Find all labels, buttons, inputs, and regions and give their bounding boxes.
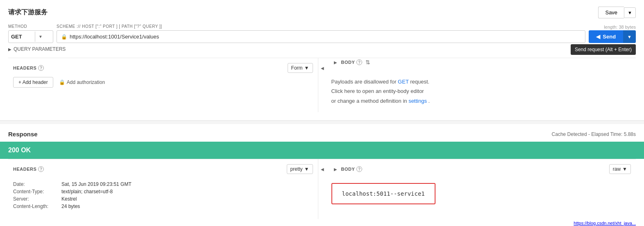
resp-body-panel-title: BODY ? — [341, 166, 363, 172]
body-message-request: request. — [410, 79, 429, 85]
url-input-wrap: 🔒 — [57, 30, 585, 43]
headers-info-icon[interactable]: ? — [38, 65, 44, 71]
raw-label: raw — [613, 166, 621, 172]
send-label: Send — [603, 34, 616, 40]
resp-body-content: localhost:5011--service1 — [327, 178, 636, 209]
resp-headers-table: Date: Sat, 15 Jun 2019 09:23:51 GMT Cont… — [8, 178, 318, 214]
bottom-link-row: https://blog.csdn.net/xht_java... — [8, 219, 636, 226]
collapse-left-icon[interactable]: ◀ — [318, 64, 327, 72]
status-text: OK — [21, 147, 31, 154]
get-link[interactable]: GET — [398, 79, 409, 85]
headers-actions-row: + Add header 🔒 Add authorization — [8, 77, 318, 88]
body-collapse-icon[interactable]: ▶ — [331, 58, 340, 66]
body-title-group: ▶ BODY ? ⇅ — [331, 58, 371, 66]
query-params-toggle[interactable]: ▶ QUERY PARAMETERS — [8, 45, 636, 54]
save-button[interactable]: Save — [598, 7, 624, 18]
raw-chevron-icon: ▼ — [622, 166, 627, 172]
resp-header-value: Sat, 15 Jun 2019 09:23:51 GMT — [61, 181, 132, 187]
resp-header-key: Content-Length: — [13, 203, 58, 209]
request-section: 请求下游服务 Save ▼ METHOD GET POST PUT DELETE… — [0, 0, 644, 121]
status-bar: 200 OK — [0, 142, 644, 159]
send-chevron-icon: ▼ — [627, 34, 632, 39]
page-title: 请求下游服务 — [8, 8, 48, 17]
send-arrow-icon: ◀ — [596, 34, 600, 40]
table-row: Content-Length: 24 bytes — [13, 203, 313, 209]
lock-icon: 🔒 — [61, 34, 67, 40]
table-row: Content-Type: text/plain; charset=utf-8 — [13, 189, 313, 194]
headers-panel-title: HEADERS ? — [13, 65, 44, 71]
query-params-arrow-icon: ▶ — [8, 47, 11, 52]
resp-body-info-icon[interactable]: ? — [356, 166, 362, 172]
method-col: METHOD GET POST PUT DELETE ▼ — [8, 24, 53, 43]
body-info-icon[interactable]: ? — [356, 59, 362, 65]
length-info: length: 38 bytes — [604, 25, 636, 29]
pretty-dropdown[interactable]: pretty ▼ — [287, 164, 313, 174]
resp-header-value: Kestrel — [61, 196, 77, 202]
resp-headers-panel-title: HEADERS ? — [13, 166, 44, 172]
query-params-row: ▶ QUERY PARAMETERS — [8, 45, 636, 54]
resp-panel-divider: ◀ — [318, 159, 327, 219]
headers-body-row: HEADERS ? Form ▼ + Add header 🔒 Add auth… — [8, 58, 636, 112]
raw-dropdown[interactable]: raw ▼ — [609, 164, 631, 174]
body-section: ▶ BODY ? ⇅ Payloads are disallowed for G… — [327, 58, 636, 112]
body-message-dot: . — [429, 98, 430, 104]
settings-link[interactable]: settings — [408, 98, 427, 104]
response-title: Response — [8, 131, 38, 138]
url-input[interactable] — [70, 34, 581, 40]
chevron-down-icon: ▼ — [628, 10, 632, 15]
pretty-chevron-icon: ▼ — [304, 166, 309, 172]
body-message-or: or change a method definition in — [331, 98, 409, 104]
body-message-click[interactable]: Click here to open an entity-body editor — [331, 88, 424, 94]
headers-panel: HEADERS ? Form ▼ + Add header 🔒 Add auth… — [8, 58, 318, 112]
method-dropdown[interactable]: GET POST PUT DELETE — [9, 31, 35, 43]
send-dropdown-button[interactable]: ▼ — [623, 30, 636, 43]
sort-icon[interactable]: ⇅ — [365, 59, 370, 66]
body-panel-title: BODY ? — [341, 59, 363, 65]
resp-body-box: localhost:5011--service1 — [331, 183, 435, 204]
response-section: Response Cache Detected - Elapsed Time: … — [0, 124, 644, 226]
save-dropdown-button[interactable]: ▼ — [624, 7, 636, 18]
resp-body-title-row: ▶ BODY ? raw ▼ — [327, 164, 636, 174]
table-row: Date: Sat, 15 Jun 2019 09:23:51 GMT — [13, 181, 313, 187]
response-headers-body-row: HEADERS ? pretty ▼ Date: Sat, 15 Jun 201… — [8, 159, 636, 219]
bottom-link[interactable]: https://blog.csdn.net/xht_java... — [574, 221, 636, 226]
add-authorization-button[interactable]: 🔒 Add authorization — [57, 77, 107, 87]
resp-header-key: Date: — [13, 181, 58, 187]
method-select[interactable]: GET POST PUT DELETE ▼ — [8, 30, 53, 43]
resp-header-key: Content-Type: — [13, 189, 58, 194]
resp-body-collapse-icon[interactable]: ▶ — [331, 165, 340, 173]
method-dropdown-arrow-icon[interactable]: ▼ — [35, 32, 46, 42]
resp-header-key: Server: — [13, 196, 58, 202]
resp-headers-info-icon[interactable]: ? — [38, 166, 44, 172]
status-code: 200 — [8, 147, 19, 154]
form-label: Form — [291, 65, 303, 71]
add-header-button[interactable]: + Add header — [13, 77, 53, 88]
send-group: length: 38 bytes ◀ Send ▼ Send request (… — [589, 25, 636, 43]
form-dropdown[interactable]: Form ▼ — [288, 63, 313, 73]
send-btn-group: ◀ Send ▼ Send request (Alt + Enter) — [589, 30, 636, 43]
form-chevron-icon: ▼ — [304, 65, 309, 71]
table-row: Server: Kestrel — [13, 196, 313, 202]
method-label: METHOD — [8, 24, 53, 29]
resp-header-value: text/plain; charset=utf-8 — [61, 189, 113, 194]
send-tooltip: Send request (Alt + Enter) — [571, 44, 636, 55]
resp-headers-title-row: HEADERS ? pretty ▼ — [8, 164, 318, 174]
query-params-label: QUERY PARAMETERS — [14, 46, 66, 52]
url-row: METHOD GET POST PUT DELETE ▼ SCHEME :// … — [8, 24, 636, 43]
save-btn-group: Save ▼ — [598, 7, 636, 18]
body-message: Payloads are disallowed for GET request.… — [327, 70, 636, 112]
pretty-label: pretty — [290, 166, 303, 172]
url-col: SCHEME :// HOST [":" PORT ] [ PATH ["?" … — [57, 24, 585, 43]
resp-collapse-icon[interactable]: ◀ — [318, 165, 327, 173]
send-button[interactable]: ◀ Send — [589, 30, 623, 43]
page-title-row: 请求下游服务 Save ▼ — [8, 7, 636, 18]
body-title-row: ▶ BODY ? ⇅ — [327, 58, 636, 66]
lock-small-icon: 🔒 — [59, 79, 65, 85]
resp-body-title-group: ▶ BODY ? — [331, 165, 363, 173]
response-title-row: Response Cache Detected - Elapsed Time: … — [8, 131, 636, 138]
scheme-label: SCHEME :// HOST [":" PORT ] [ PATH ["?" … — [57, 24, 585, 29]
headers-title-row: HEADERS ? Form ▼ — [8, 63, 318, 73]
resp-header-value: 24 bytes — [61, 203, 80, 209]
body-message-pre: Payloads are disallowed for — [331, 79, 398, 85]
panel-collapse-divider: ◀ — [318, 58, 327, 112]
